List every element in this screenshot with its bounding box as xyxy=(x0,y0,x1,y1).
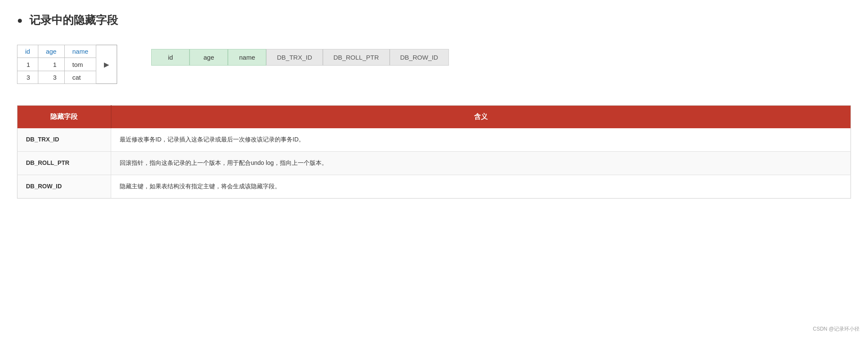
col-box-db-row-id: DB_ROW_ID xyxy=(390,49,449,66)
cell-name-1: tom xyxy=(64,58,96,71)
table-header-row: id age name xyxy=(17,45,117,58)
cursor-cell: ▶ xyxy=(96,58,117,71)
col-box-id: id xyxy=(151,49,190,66)
section-title: 记录中的隐藏字段 xyxy=(29,13,118,28)
ref-field-db-trx-id: DB_TRX_ID xyxy=(17,128,111,152)
section-header: ● 记录中的隐藏字段 xyxy=(17,13,851,28)
simple-table-container: id age name 1 1 tom ▶ 3 3 cat xyxy=(17,45,117,84)
ref-field-db-row-id: DB_ROW_ID xyxy=(17,175,111,199)
ref-table-row: DB_TRX_ID 最近修改事务ID，记录插入这条记录或最后一次修改该记录的事务… xyxy=(17,128,851,152)
ref-table-row: DB_ROW_ID 隐藏主键，如果表结构没有指定主键，将会生成该隐藏字段。 xyxy=(17,175,851,199)
bullet-point: ● xyxy=(17,15,23,26)
ref-table-row: DB_ROLL_PTR 回滚指针，指向这条记录的上一个版本，用于配合undo l… xyxy=(17,152,851,175)
cursor-cell-empty xyxy=(96,71,117,84)
col-box-db-roll-ptr: DB_ROLL_PTR xyxy=(323,49,390,66)
ref-table: 隐藏字段 含义 DB_TRX_ID 最近修改事务ID，记录插入这条记录或最后一次… xyxy=(17,105,851,199)
col-box-db-trx-id: DB_TRX_ID xyxy=(266,49,323,66)
watermark: CSDN @记录环小径 xyxy=(813,325,859,333)
ref-meaning-db-row-id: 隐藏主键，如果表结构没有指定主键，将会生成该隐藏字段。 xyxy=(111,175,851,199)
cell-id-1: 1 xyxy=(17,58,38,71)
columns-display: id age name DB_TRX_ID DB_ROLL_PTR DB_ROW… xyxy=(151,49,448,66)
ref-field-db-roll-ptr: DB_ROLL_PTR xyxy=(17,152,111,175)
col-box-name: name xyxy=(228,49,266,66)
table-row: 1 1 tom ▶ xyxy=(17,58,117,71)
ref-table-header: 隐藏字段 含义 xyxy=(17,106,851,129)
col-header-age: age xyxy=(38,45,64,58)
cell-id-2: 3 xyxy=(17,71,38,84)
ref-header-meaning: 含义 xyxy=(111,106,851,129)
cell-age-1: 1 xyxy=(38,58,64,71)
ref-meaning-db-roll-ptr: 回滚指针，指向这条记录的上一个版本，用于配合undo log，指向上一个版本。 xyxy=(111,152,851,175)
simple-table: id age name 1 1 tom ▶ 3 3 cat xyxy=(17,45,117,84)
ref-header-field: 隐藏字段 xyxy=(17,106,111,129)
col-header-name: name xyxy=(64,45,96,58)
col-box-age: age xyxy=(190,49,228,66)
ref-meaning-db-trx-id: 最近修改事务ID，记录插入这条记录或最后一次修改该记录的事务ID。 xyxy=(111,128,851,152)
col-header-cursor xyxy=(96,45,117,58)
top-area: id age name 1 1 tom ▶ 3 3 cat xyxy=(17,45,851,84)
cell-age-2: 3 xyxy=(38,71,64,84)
col-header-id: id xyxy=(17,45,38,58)
table-row: 3 3 cat xyxy=(17,71,117,84)
cell-name-2: cat xyxy=(64,71,96,84)
